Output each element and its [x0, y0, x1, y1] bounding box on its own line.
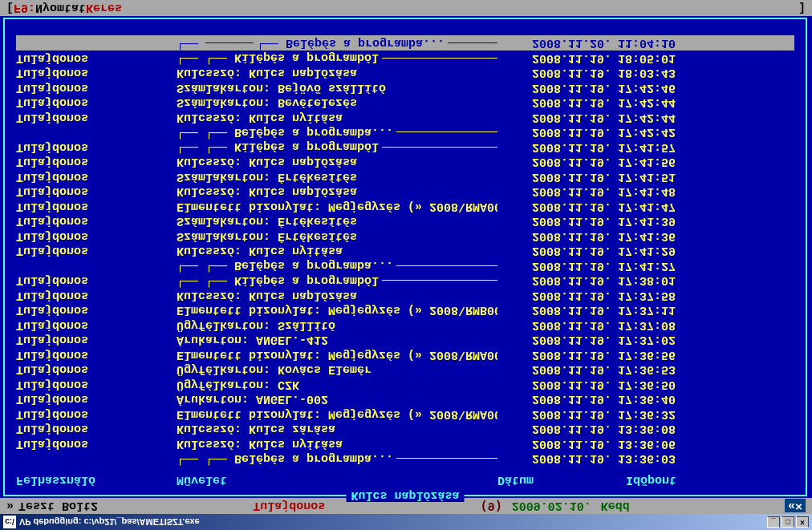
cell-user: Tulajdonos: [16, 378, 177, 391]
log-row[interactable]: TulajdonosÜgyfélkarton: Szállító2008.11.…: [16, 318, 794, 333]
header-user: Felhasználó: [16, 473, 177, 487]
cell-user: Tulajdonos: [16, 289, 177, 302]
hotkey-f9[interactable]: F9:: [14, 2, 35, 15]
cell-time: 17:41:51: [618, 170, 794, 184]
cell-time: 17:37:58: [618, 289, 794, 302]
cell-time: 17:42:46: [618, 81, 794, 95]
log-row[interactable]: └── Belépés a programba... > 93 / 934 < …: [16, 36, 794, 51]
log-row[interactable]: TulajdonosElmentett bizonylat: Megjegyzé…: [16, 407, 794, 422]
cell-date: 2008.11.19.: [497, 200, 618, 213]
footer-bar: [ F9: Nyomtat Keres ]: [0, 0, 812, 16]
cell-operation: └── Belépés a programba...: [177, 125, 497, 140]
cell-user: Tulajdonos: [16, 200, 177, 213]
log-row[interactable]: TulajdonosSzámlakarton: Bejövő szállító2…: [16, 80, 794, 95]
cell-user: Tulajdonos: [16, 184, 177, 198]
cell-operation: Számlakarton: Értékesítés: [177, 170, 497, 184]
log-row[interactable]: TulajdonosElmentett bizonylat: Megjegyzé…: [16, 347, 794, 362]
cell-operation: Elmentett bizonylat: Megjegyzés (» 2008\…: [177, 348, 497, 362]
bracket-right: ]: [798, 2, 806, 15]
log-row[interactable]: TulajdonosSzámlakarton: Értékesítés2008.…: [16, 229, 794, 244]
log-row[interactable]: TulajdonosElmentett bizonylat: Megjegyzé…: [16, 303, 794, 318]
column-headers: Felhasználó Művelet Dátum Időpont: [16, 473, 794, 487]
maximize-button[interactable]: □: [782, 516, 794, 528]
cell-date: 2008.11.19.: [497, 111, 618, 124]
cell-user: Tulajdonos: [16, 362, 177, 376]
cell-date: 2008.11.19.: [497, 170, 618, 184]
header-time: Időpont: [626, 473, 794, 487]
log-row[interactable]: └── Belépés a programba...2008.11.19.13:…: [16, 451, 794, 467]
cell-time: 17:36:32: [618, 407, 794, 421]
cell-user: Tulajdonos: [16, 303, 177, 317]
chevron-icon: »: [6, 500, 14, 513]
cell-user: Tulajdonos: [16, 422, 177, 435]
log-row[interactable]: Tulajdonos└── Kilépés a programból2008.1…: [16, 140, 794, 155]
log-panel: Kulcs naplózása Felhasználó Művelet Dátu…: [3, 18, 807, 496]
status-count: (9): [481, 500, 502, 513]
cell-operation: └── Kilépés a programból: [177, 273, 497, 288]
cell-date: 2008.11.19.: [497, 348, 618, 362]
log-row[interactable]: Tulajdonos└── Kilépés a programból2008.1…: [16, 273, 794, 289]
cell-user: Tulajdonos: [16, 111, 177, 124]
log-row[interactable]: TulajdonosKulcsszó: Kulcs naplózása2008.…: [16, 288, 794, 303]
cell-time: 13:36:03: [618, 451, 794, 465]
cell-time: 17:41:39: [618, 214, 794, 228]
cell-user: Tulajdonos: [16, 407, 177, 421]
cell-date: 2008.11.19.: [497, 303, 618, 317]
cell-user: Tulajdonos: [16, 333, 177, 346]
cell-date: 2008.11.19.: [497, 362, 618, 376]
panel-title: Kulcs naplózása: [346, 488, 464, 502]
cell-date: 2008.11.19.: [497, 214, 618, 228]
log-rows[interactable]: └── Belépés a programba...2008.11.19.13:…: [16, 43, 794, 466]
cell-date: 2008.11.20.: [497, 36, 618, 50]
log-row[interactable]: TulajdonosKulcsszó: Kulcs naplózása2008.…: [16, 66, 794, 81]
cell-time: 11:04:10: [618, 36, 794, 50]
log-row[interactable]: TulajdonosÜgyfélkarton: Kovács Elemér200…: [16, 362, 794, 378]
cell-time: 17:42:44: [618, 111, 794, 124]
cell-operation: Árukarton: ANGEL.-412: [177, 333, 497, 346]
cell-date: 2008.11.19.: [497, 392, 618, 406]
log-row[interactable]: TulajdonosSzámlakarton: Értékesítés2008.…: [16, 214, 794, 229]
log-row[interactable]: TulajdonosKulcsszó: Kulcs nyitása2008.11…: [16, 244, 794, 259]
log-row[interactable]: TulajdonosÁrukarton: ANGEL.-0022008.11.1…: [16, 392, 794, 407]
cell-user: Tulajdonos: [16, 66, 177, 79]
log-row[interactable]: └── Belépés a programba...2008.11.19.17:…: [16, 125, 794, 140]
cell-date: 2008.11.19.: [497, 184, 618, 198]
log-row[interactable]: TulajdonosKulcsszó: Kulcs nyitása2008.11…: [16, 110, 794, 125]
shop-name: Teszt Bolt2: [18, 500, 98, 513]
log-row[interactable]: TulajdonosElmentett bizonylat: Megjegyzé…: [16, 199, 794, 214]
log-row[interactable]: TulajdonosSzámlakarton: Értékesítés2008.…: [16, 169, 794, 184]
window-title: VP debugging: c:/vp21/_pas/AMETISZT.exe: [19, 517, 200, 527]
log-row[interactable]: Tulajdonos└── Kilépés a programból2008.1…: [16, 51, 794, 66]
cell-date: 2008.11.19.: [497, 66, 618, 79]
cell-time: 17:37:02: [618, 333, 794, 346]
log-row[interactable]: TulajdonosKulcsszó: Kulcs naplózása2008.…: [16, 184, 794, 200]
log-row[interactable]: TulajdonosKulcsszó: Kulcs naplózása2008.…: [16, 155, 794, 170]
hotkey-search[interactable]: Keres: [86, 2, 122, 15]
log-row[interactable]: TulajdonosÁrukarton: ANGEL.-4122008.11.1…: [16, 333, 794, 348]
cell-operation: Elmentett bizonylat: Megjegyzés (» 2008\…: [177, 407, 497, 421]
minimize-button[interactable]: _: [767, 516, 780, 528]
cell-user: Tulajdonos: [16, 140, 177, 154]
cell-operation: Kulcsszó: Kulcs zárása: [177, 422, 497, 435]
cell-user: Tulajdonos: [16, 348, 177, 362]
cell-user: Tulajdonos: [16, 437, 177, 451]
log-row[interactable]: TulajdonosÜgyfélkarton: CZK2008.11.19.17…: [16, 377, 794, 392]
close-panel-icon[interactable]: «×: [785, 500, 806, 513]
cell-operation: Elmentett bizonylat: Megjegyzés (» 2008\…: [177, 303, 497, 317]
window-titlebar: c:\ VP debugging: c:/vp21/_pas/AMETISZT.…: [0, 514, 812, 530]
log-row[interactable]: TulajdonosKulcsszó: Kulcs nyitása2008.11…: [16, 436, 794, 451]
cell-time: 13:36:06: [618, 437, 794, 451]
log-row[interactable]: └── Belépés a programba...2008.11.19.17:…: [16, 258, 794, 273]
app-icon: c:\: [3, 516, 16, 528]
cell-time: 17:41:48: [618, 184, 794, 198]
cell-time: 13:36:08: [618, 422, 794, 435]
cell-user: Tulajdonos: [16, 51, 177, 65]
cell-time: 17:36:56: [618, 348, 794, 362]
cell-time: 18:05:01: [618, 51, 794, 65]
close-window-button[interactable]: ×: [796, 516, 809, 528]
cell-date: 2008.11.19.: [497, 155, 618, 168]
cell-user: Tulajdonos: [16, 229, 177, 243]
log-row[interactable]: TulajdonosSzámlakarton: Bevételezés2008.…: [16, 95, 794, 111]
log-row[interactable]: TulajdonosKulcsszó: Kulcs zárása2008.11.…: [16, 422, 794, 437]
cell-operation: └── Belépés a programba...: [177, 451, 497, 466]
